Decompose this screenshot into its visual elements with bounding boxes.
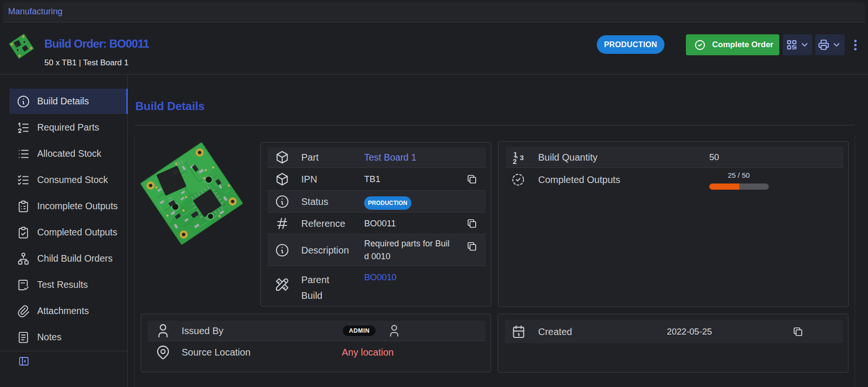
svg-text:3: 3 [520,154,523,162]
svg-text:1: 1 [513,150,517,158]
svg-text:2: 2 [513,157,517,164]
